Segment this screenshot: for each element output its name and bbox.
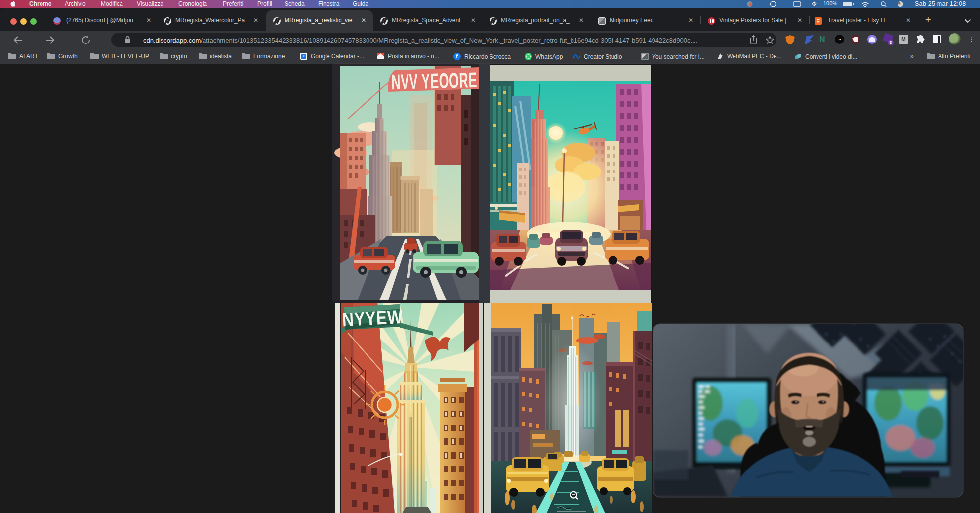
svg-text:NVV YEOORE: NVV YEOORE <box>391 67 477 94</box>
svg-text:NYYEW: NYYEW <box>342 306 404 330</box>
